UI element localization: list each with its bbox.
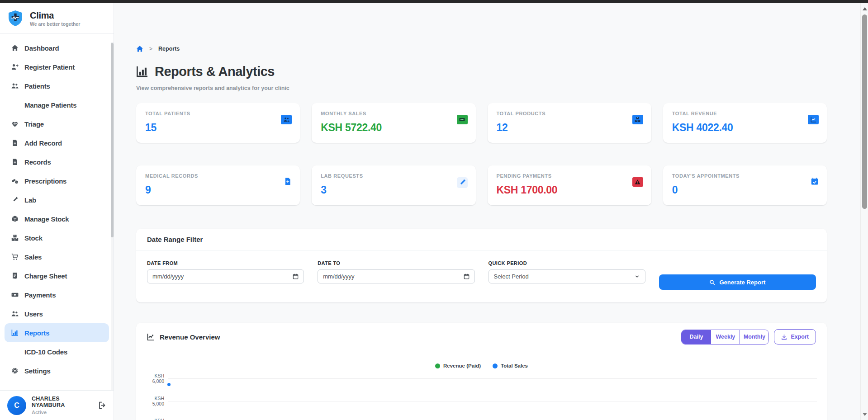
sidebar-item-dashboard[interactable]: Dashboard: [0, 38, 114, 57]
sidebar-item-stock[interactable]: Stock: [0, 228, 114, 247]
chart-plot-area: KSH 6,000 KSH 5,000 KSH 4,000: [147, 374, 816, 420]
date-from-input[interactable]: mm/dd/yyyy: [147, 269, 304, 283]
y-tick-4000: KSH 4,000: [143, 418, 164, 420]
pills-icon: [11, 177, 19, 185]
date-from-label: DATE FROM: [147, 260, 304, 266]
stat-card-total-patients: TOTAL PATIENTS 15: [136, 103, 300, 143]
legend-dot-green: [435, 363, 440, 368]
sidebar-item-prescriptions[interactable]: Prescriptions: [0, 171, 114, 190]
revenue-chart: Revenue (Paid) Total Sales KSH 6,000 KSH…: [136, 363, 827, 420]
quick-period-field: QUICK PERIOD Select Period: [489, 260, 645, 290]
money-bill-icon: [457, 115, 468, 124]
vial-icon: [457, 177, 468, 188]
home-icon[interactable]: [136, 45, 143, 52]
breadcrumb: > Reports: [136, 45, 827, 52]
page-subtitle: View comprehensive reports and analytics…: [136, 85, 827, 91]
sidebar-item-manage-stock[interactable]: Manage Stock: [0, 209, 114, 228]
user-status: Active: [32, 410, 93, 415]
generate-report-field: Generate Report: [659, 260, 816, 290]
vial-icon: [11, 196, 19, 204]
user-name: CHARLES NYAMBURA: [32, 396, 93, 408]
sidebar: Clima We are better together Dashboard R…: [0, 3, 114, 420]
sidebar-scrollbar[interactable]: [111, 42, 114, 420]
scrollbar-thumb[interactable]: [862, 14, 867, 209]
home-icon: [11, 44, 19, 52]
legend-total-sales[interactable]: Total Sales: [493, 363, 528, 368]
sidebar-item-patients[interactable]: Patients: [0, 76, 114, 95]
sidebar-item-register-patient[interactable]: Register Patient: [0, 57, 114, 76]
stat-card-monthly-sales: MONTHLY SALES KSH 5722.40: [312, 103, 475, 143]
sidebar-item-add-record[interactable]: Add Record: [0, 133, 114, 152]
logout-icon[interactable]: [99, 401, 106, 409]
stat-card-lab-requests: LAB REQUESTS 3: [312, 165, 475, 205]
legend-dot-blue: [493, 363, 498, 368]
range-daily-button[interactable]: Daily: [682, 330, 711, 344]
page-title: Reports & Analytics: [136, 64, 827, 79]
sidebar-item-records[interactable]: Records: [0, 152, 114, 171]
calendar-icon: [293, 274, 299, 279]
window-top-strip: [0, 0, 868, 3]
sidebar-item-reports[interactable]: Reports: [5, 323, 109, 342]
revenue-actions: Daily Weekly Monthly Export: [681, 329, 816, 344]
sidebar-item-users[interactable]: Users: [0, 304, 114, 323]
sidebar-menu: Dashboard Register Patient Patients Mana…: [0, 34, 114, 380]
file-plus-icon: [11, 139, 19, 147]
date-range-filter-panel: Date Range Filter DATE FROM mm/dd/yyyy D…: [136, 229, 827, 302]
file-plus-icon: [11, 158, 19, 166]
file-medical-icon: [284, 177, 292, 185]
sidebar-item-payments[interactable]: Payments: [0, 285, 114, 304]
chart-legend: Revenue (Paid) Total Sales: [147, 363, 816, 368]
box-icon: [11, 215, 19, 223]
range-monthly-button[interactable]: Monthly: [740, 330, 768, 344]
sidebar-item-manage-patients[interactable]: Manage Patients: [0, 95, 114, 114]
revenue-title: Revenue Overview: [147, 333, 220, 341]
sidebar-item-lab[interactable]: Lab: [0, 190, 114, 209]
sidebar-item-settings[interactable]: Settings: [0, 361, 114, 380]
filter-body: DATE FROM mm/dd/yyyy DATE TO mm/dd/yyyy …: [136, 250, 827, 302]
date-to-field: DATE TO mm/dd/yyyy: [318, 260, 474, 290]
chart-line-icon: [808, 115, 819, 124]
generate-report-button[interactable]: Generate Report: [659, 274, 816, 290]
date-from-field: DATE FROM mm/dd/yyyy: [147, 260, 304, 290]
stats-row-1: TOTAL PATIENTS 15 MONTHLY SALES KSH 5722…: [136, 103, 827, 143]
heart-pulse-icon: [11, 120, 19, 128]
sidebar-item-charge-sheet[interactable]: Charge Sheet: [0, 266, 114, 285]
main-content: > Reports Reports & Analytics View compr…: [114, 3, 868, 420]
cart-icon: [11, 253, 19, 261]
y-tick-5000: KSH 5,000: [143, 396, 164, 406]
date-to-label: DATE TO: [318, 260, 474, 266]
users-icon: [11, 82, 19, 90]
sidebar-item-triage[interactable]: Triage: [0, 114, 114, 133]
quick-period-select[interactable]: Select Period: [489, 269, 645, 283]
legend-revenue-paid[interactable]: Revenue (Paid): [435, 363, 481, 368]
boxes-icon: [11, 234, 19, 242]
user-plus-icon: [11, 63, 19, 71]
chevron-down-icon: [634, 274, 640, 279]
chart-bar-icon: [136, 66, 148, 78]
chart-bar-icon: [11, 329, 19, 337]
brand-tagline: We are better together: [30, 21, 80, 27]
sidebar-item-icd10-codes[interactable]: ICD-10 Codes: [0, 342, 114, 361]
data-point-total-sales[interactable]: [167, 383, 171, 386]
sidebar-item-sales[interactable]: Sales: [0, 247, 114, 266]
range-weekly-button[interactable]: Weekly: [711, 330, 740, 344]
browser-scrollbar[interactable]: [860, 3, 868, 420]
export-button[interactable]: Export: [774, 329, 816, 344]
date-to-input[interactable]: mm/dd/yyyy: [318, 269, 474, 283]
search-icon: [709, 279, 715, 285]
range-button-group: Daily Weekly Monthly: [681, 330, 769, 344]
revenue-header: Revenue Overview Daily Weekly Monthly Ex…: [136, 323, 827, 351]
boxes-icon: [632, 115, 643, 124]
shield-medical-icon: [6, 9, 24, 28]
scrollbar-down-arrow[interactable]: [863, 413, 867, 416]
users-icon: [11, 310, 19, 318]
scrollbar-up-arrow[interactable]: [863, 7, 867, 10]
breadcrumb-separator: >: [149, 46, 152, 52]
avatar: C: [7, 396, 26, 415]
y-tick-6000: KSH 6,000: [143, 373, 164, 384]
stats-row-2: MEDICAL RECORDS 9 LAB REQUESTS 3 PENDING…: [136, 165, 827, 205]
stat-card-total-products: TOTAL PRODUCTS 12: [488, 103, 651, 143]
breadcrumb-current: Reports: [158, 46, 180, 52]
chart-line-icon: [147, 333, 155, 341]
download-icon: [781, 334, 787, 340]
